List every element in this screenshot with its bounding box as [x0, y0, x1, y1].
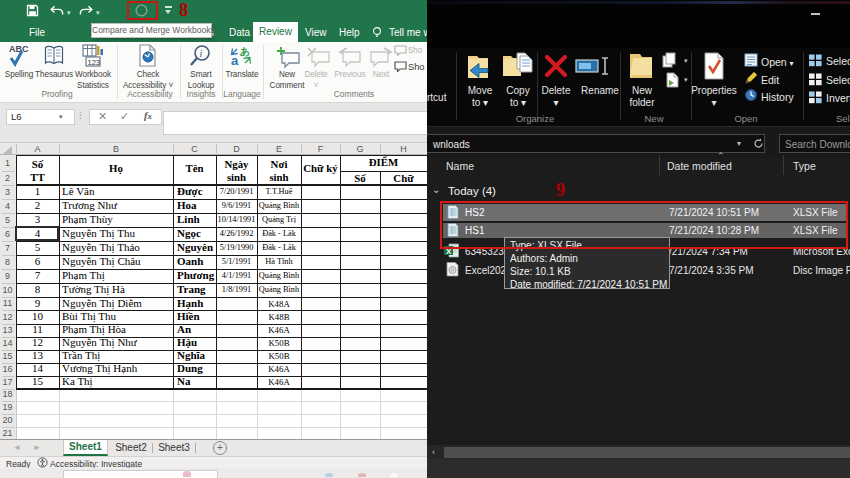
svg-text:a: a: [231, 53, 239, 68]
svg-text:ABC: ABC: [9, 44, 29, 54]
svg-text:i: i: [200, 48, 203, 59]
svg-text:あ: あ: [240, 46, 250, 57]
svg-text:123: 123: [88, 58, 101, 67]
